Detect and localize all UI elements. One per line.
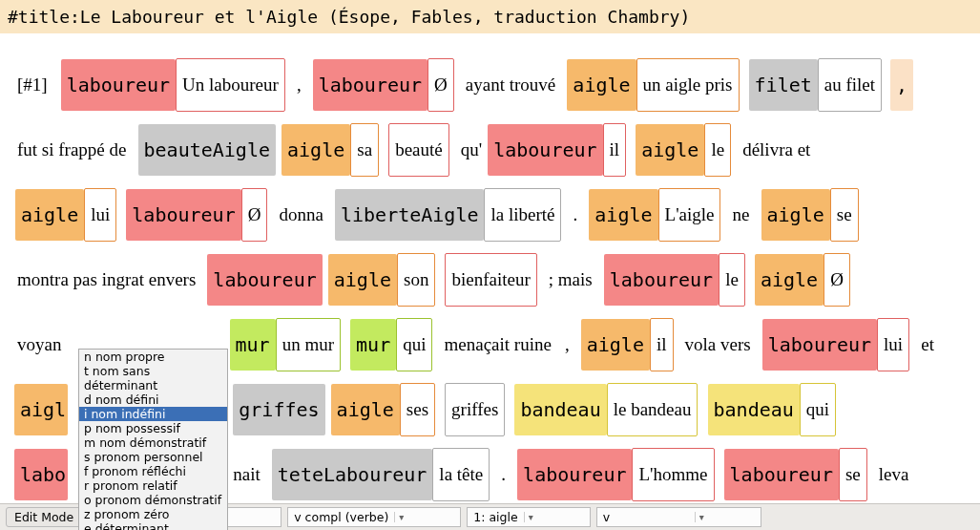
text-vola-vers: vola vers <box>683 319 753 371</box>
text-menacait: menaçait ruine <box>443 319 553 371</box>
popup-item[interactable]: n nom propre <box>79 350 227 364</box>
text-zero[interactable]: Ø <box>241 188 268 242</box>
comma-unit: , <box>890 59 913 111</box>
text-montra-pas: montra pas ingrat envers <box>15 254 198 306</box>
text-nait: nait <box>233 449 262 500</box>
chevron-down-icon: ▾ <box>695 512 761 522</box>
token-griffes[interactable]: griffes <box>233 384 324 435</box>
text-bienfaiteur[interactable]: bienfaiteur <box>445 253 536 307</box>
title-text: #title:Le Laboureur et l'Aigle (Ésope, F… <box>8 7 690 27</box>
combo-extra[interactable]: v ▾ <box>596 507 761 527</box>
token-bandeau[interactable]: bandeau <box>708 384 800 435</box>
text-ses[interactable]: ses <box>400 383 435 436</box>
token-aigle[interactable]: aigle <box>581 319 650 371</box>
text-le[interactable]: le <box>704 123 731 177</box>
text-sa[interactable]: sa <box>350 123 379 177</box>
token-laboureur[interactable]: laboureur <box>724 449 839 500</box>
token-laboureur[interactable]: laboureur <box>207 254 322 306</box>
text-qui[interactable]: qui <box>800 383 836 436</box>
popup-item[interactable]: i nom indéfini <box>79 407 227 421</box>
text-il[interactable]: il <box>603 123 627 177</box>
edit-mode-button[interactable]: Edit Mode <box>6 507 82 527</box>
text-ne: ne <box>731 189 752 241</box>
text-et: et <box>919 319 936 371</box>
chevron-down-icon: ▾ <box>524 512 590 522</box>
text-un-mur[interactable]: un mur <box>276 318 341 371</box>
token-aigle[interactable]: aigle <box>328 254 397 306</box>
text-ayant-trouve: ayant trouvé <box>464 59 557 111</box>
autocomplete-popup[interactable]: n nom propret nom sans déterminantd nom … <box>78 349 228 530</box>
text-leva: leva <box>877 449 911 500</box>
token-laboureur[interactable]: laboureur <box>313 59 427 111</box>
text-la-liberte[interactable]: la liberté <box>484 188 561 242</box>
combo-extra-text: v <box>597 510 695 524</box>
text-se[interactable]: se <box>839 448 867 501</box>
text-laigle[interactable]: L'aigle <box>658 188 721 242</box>
title-bar: #title:Le Laboureur et l'Aigle (Ésope, F… <box>0 0 980 33</box>
comma: , <box>295 59 303 111</box>
token-laboureur[interactable]: laboureur <box>762 319 877 371</box>
text-le-bandeau[interactable]: le bandeau <box>607 383 699 436</box>
token-labo-cut[interactable]: labo <box>14 449 68 500</box>
token-laboureur[interactable]: laboureur <box>604 254 719 306</box>
token-mur[interactable]: mur <box>350 319 396 371</box>
token-mur[interactable]: mur <box>230 319 276 371</box>
popup-item[interactable]: d nom défini <box>79 392 227 407</box>
text-zero[interactable]: Ø <box>824 253 850 307</box>
text-qui[interactable]: qui <box>396 318 432 371</box>
comma: , <box>563 319 572 371</box>
text-beaute[interactable]: beauté <box>388 123 449 177</box>
dot: . <box>499 449 508 500</box>
text-qu: qu' <box>459 124 484 176</box>
text-semicolon-mais: ; mais <box>547 254 594 306</box>
popup-item[interactable]: o pronom démonstratif <box>79 493 227 507</box>
token-aigle[interactable]: aigle <box>755 254 824 306</box>
popup-item[interactable]: f pronom réfléchi <box>79 464 227 478</box>
popup-item[interactable]: s pronom personnel <box>79 450 227 464</box>
combo-func[interactable]: v compl (verbe) ▾ <box>287 507 461 527</box>
text-un-laboureur[interactable]: Un laboureur <box>176 58 285 112</box>
text-au-filet[interactable]: au filet <box>818 58 882 112</box>
token-liberteAigle[interactable]: liberteAigle <box>335 189 485 241</box>
text-la-tete[interactable]: la tête <box>432 448 490 501</box>
token-beauteAigle[interactable]: beauteAigle <box>138 124 276 176</box>
text-se[interactable]: se <box>830 188 859 242</box>
popup-item[interactable]: m nom démonstratif <box>79 435 227 450</box>
popup-item[interactable]: p nom possessif <box>79 421 227 435</box>
token-aigl-cut[interactable]: aigl <box>14 384 68 435</box>
dot: . <box>572 189 580 241</box>
combo-ref[interactable]: 1: aigle ▾ <box>467 507 590 527</box>
text-un-aigle-pris[interactable]: un aigle pris <box>636 58 740 112</box>
chevron-down-icon: ▾ <box>394 512 460 522</box>
text-fut-si-frappe: fut si frappé de <box>15 124 128 176</box>
token-aigle[interactable]: aigle <box>761 189 830 241</box>
text-voyan: voyan <box>15 319 61 371</box>
token-aigle[interactable]: aigle <box>567 59 636 111</box>
popup-item[interactable]: e déterminant possessif <box>79 521 227 530</box>
popup-item[interactable]: z pronom zéro <box>79 507 227 521</box>
text-lui[interactable]: lui <box>877 318 909 371</box>
token-laboureur[interactable]: laboureur <box>517 449 632 500</box>
token-bandeau[interactable]: bandeau <box>514 384 606 435</box>
popup-item[interactable]: r pronom relatif <box>79 478 227 493</box>
token-laboureur[interactable]: laboureur <box>488 124 602 176</box>
token-aigle[interactable]: aigle <box>636 124 704 176</box>
token-aigle[interactable]: aigle <box>281 124 350 176</box>
text-il[interactable]: il <box>650 318 674 371</box>
token-teteLaboureur[interactable]: teteLaboureur <box>272 449 433 500</box>
text-lhomme[interactable]: L'homme <box>632 448 714 501</box>
token-filet[interactable]: filet <box>749 59 818 111</box>
token-aigle[interactable]: aigle <box>589 189 657 241</box>
text-son[interactable]: son <box>397 253 435 307</box>
token-aigle[interactable]: aigle <box>331 384 400 435</box>
popup-item[interactable]: t nom sans déterminant <box>79 364 227 392</box>
text-delivra-et: délivra et <box>740 124 812 176</box>
token-laboureur[interactable]: laboureur <box>61 59 176 111</box>
unit-id: [#1] <box>15 59 50 111</box>
text-lui[interactable]: lui <box>84 188 116 242</box>
token-aigle[interactable]: aigle <box>15 189 84 241</box>
text-le[interactable]: le <box>719 253 745 307</box>
text-zero[interactable]: Ø <box>427 58 454 112</box>
token-laboureur[interactable]: laboureur <box>126 189 240 241</box>
text-griffes[interactable]: griffes <box>445 383 505 436</box>
